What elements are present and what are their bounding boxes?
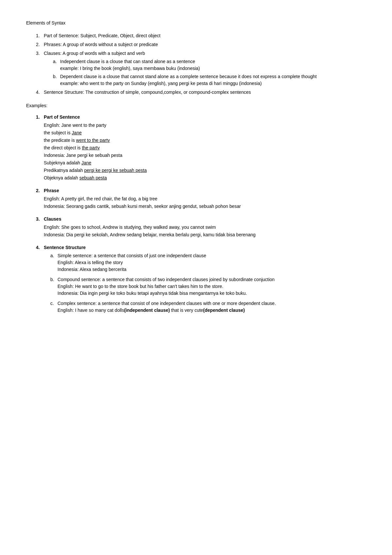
sentence-structure-b-eng: English: He want to go to the store book… <box>57 284 223 289</box>
example-heading-4: Sentence Structure <box>44 244 366 251</box>
line: Indonesia: Jane pergi ke sebuah pesta <box>44 152 366 159</box>
line: Indonesia: Seorang gadis cantik, sebuah … <box>44 203 366 210</box>
example-item-1: Part of Sentence English: Jane went to t… <box>36 114 366 181</box>
line: the subject is Jane <box>44 129 366 136</box>
sentence-structure-b-text: Compound sentence: a sentence that consi… <box>57 277 275 282</box>
sentence-structure-b-ind: Indonesia: Dia ingin pergi ke toko buku … <box>57 291 247 296</box>
sentence-structure-a-text: Simple sentence: a sentence that consist… <box>57 253 206 258</box>
example-item-2: Phrase English: A pretty girl, the red c… <box>36 187 366 210</box>
top-list-item-1: Part of Sentence: Subject, Predicate, Ob… <box>36 32 366 39</box>
sub-list-clauses: Independent clause is a clouse that can … <box>44 58 366 87</box>
examples-list: Part of Sentence English: Jane went to t… <box>26 114 366 314</box>
line: Predikatnya adalah pergi ke pergi ke seb… <box>44 167 366 174</box>
top-list-item-3: Clauses: A group of words with a subject… <box>36 50 366 87</box>
example-item-4: Sentence Structure Simple sentence: a se… <box>36 244 366 314</box>
example-content-2: English: A pretty girl, the red chair, t… <box>44 195 366 210</box>
sentence-structure-b: Compound sentence: a sentence that consi… <box>50 276 366 297</box>
example-content-4: Simple sentence: a sentence that consist… <box>44 252 366 314</box>
top-list: Part of Sentence: Subject, Predicate, Ob… <box>26 32 366 96</box>
sentence-structure-c: Complex sentence: a sentence that consis… <box>50 300 366 314</box>
top-list-item-4: Sentence Structure: The construction of … <box>36 89 366 96</box>
sentence-structure-a: Simple sentence: a sentence that consist… <box>50 252 366 273</box>
line: the predicate is went to the party <box>44 137 366 144</box>
sub-list-item-a: Independent clause is a clouse that can … <box>53 58 366 72</box>
example-content-1: English: Jane went to the party the subj… <box>44 122 366 181</box>
example-content-3: English: She goes to school, Andrew is s… <box>44 224 366 238</box>
sentence-structure-sub: Simple sentence: a sentence that consist… <box>44 252 366 314</box>
line: the direct object is the party <box>44 144 366 151</box>
examples-label: Examples: <box>26 102 366 109</box>
example-heading-3: Clauses <box>44 216 366 223</box>
top-list-item-2: Phrases: A group of words without a subj… <box>36 41 366 48</box>
line: English: She goes to school, Andrew is s… <box>44 224 366 231</box>
sentence-structure-a-eng: English: Alexa is telling the story <box>57 260 123 265</box>
example-heading-1: Part of Sentence <box>44 114 366 121</box>
page-title: Elements of Syntax <box>26 20 366 26</box>
example-heading-2: Phrase <box>44 187 366 194</box>
line: Objeknya adalah sebuah pesta <box>44 175 366 181</box>
line: English: Jane went to the party <box>44 122 366 129</box>
line: Subjeknya adalah Jane <box>44 160 366 166</box>
sentence-structure-a-ind: Indonesia: Alexa sedang bercerita <box>57 267 126 272</box>
line: English: A pretty girl, the red chair, t… <box>44 195 366 202</box>
sub-list-item-b: Dependent clause is a clouse that cannot… <box>53 73 366 87</box>
example-item-3: Clauses English: She goes to school, And… <box>36 216 366 238</box>
sentence-structure-c-eng: English: I have so many cat dolls(indepe… <box>57 308 245 313</box>
sentence-structure-c-text: Complex sentence: a sentence that consis… <box>57 301 276 306</box>
line: Indonesia: Dia pergi ke sekolah, Andrew … <box>44 231 366 238</box>
